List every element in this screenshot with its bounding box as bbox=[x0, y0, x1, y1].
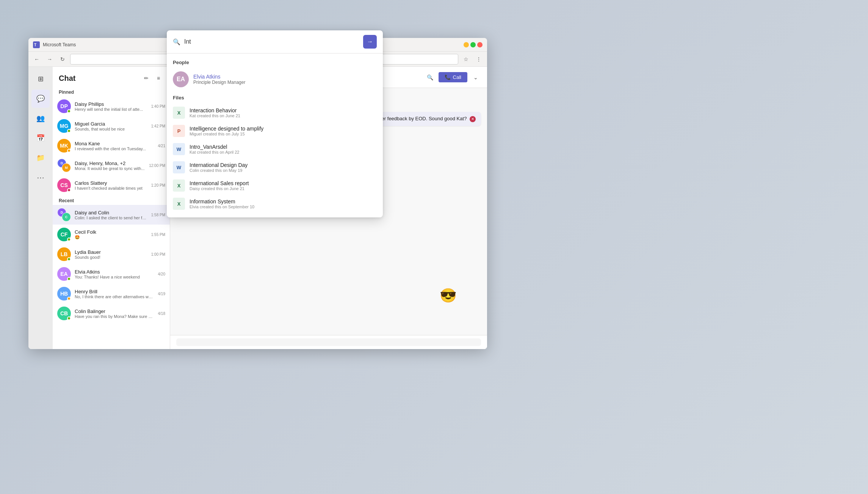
person-name-elvia: Elvia Atkins bbox=[193, 74, 245, 80]
toolbar-icon-1[interactable]: ☆ bbox=[461, 54, 471, 65]
search-arrow-icon: → bbox=[367, 38, 373, 45]
chat-item-daisy-colin[interactable]: D C Daisy and Colin Colin: I asked the c… bbox=[53, 205, 170, 225]
refresh-button[interactable]: ↻ bbox=[57, 54, 68, 65]
filter-button[interactable]: ≡ bbox=[153, 73, 164, 83]
status-dot-online bbox=[67, 316, 71, 320]
file-meta: Kat created this on April 22 bbox=[190, 150, 239, 154]
files-icon: 📁 bbox=[36, 154, 45, 162]
chat-preview: Sounds good! bbox=[75, 255, 147, 260]
file-name: International Sales report bbox=[190, 180, 249, 186]
chat-icon: 💬 bbox=[36, 94, 45, 103]
nav-apps[interactable]: ⊞ bbox=[31, 70, 50, 88]
maximize-button[interactable] bbox=[470, 42, 476, 47]
teams-icon: 👥 bbox=[36, 114, 45, 123]
nav-calendar[interactable]: 📅 bbox=[31, 129, 50, 147]
chat-name: Daisy, Henry, Mona, +2 bbox=[75, 160, 145, 166]
chat-item-group[interactable]: D M Daisy, Henry, Mona, +2 Mona: It woul… bbox=[53, 156, 170, 175]
files-section: Files X Interaction Behavior Kat created… bbox=[167, 90, 383, 213]
chat-item-lydia-bauer[interactable]: LB Lydia Bauer Sounds good! 1:00 PM bbox=[53, 244, 170, 264]
nav-teams[interactable]: 👥 bbox=[31, 109, 50, 127]
chat-time: 1:55 PM bbox=[151, 233, 165, 237]
nav-more[interactable]: ⋯ bbox=[31, 168, 50, 187]
person-info-elvia: Elvia Atkins Principle Design Manager bbox=[193, 74, 245, 85]
chat-item-elvia-atkins[interactable]: EA Elvia Atkins You: Thanks! Have a nice… bbox=[53, 264, 170, 284]
more-options-button[interactable]: ⌄ bbox=[470, 72, 481, 83]
minimize-button[interactable] bbox=[464, 42, 469, 47]
file-info: Interaction Behavior Kat created this on… bbox=[190, 107, 240, 118]
file-meta: Kat created this on June 21 bbox=[190, 113, 240, 118]
chat-name: Colin Balinger bbox=[75, 308, 154, 314]
avatar: DP bbox=[57, 99, 71, 113]
word-file-icon-2: W bbox=[173, 161, 185, 173]
search-chat-button[interactable]: 🔍 bbox=[425, 72, 436, 83]
file-result-information-system[interactable]: X Information System Elvia created this … bbox=[167, 195, 383, 213]
person-title-elvia: Principle Design Manager bbox=[193, 80, 245, 85]
back-button[interactable]: ← bbox=[31, 54, 42, 65]
chat-name: Cecil Folk bbox=[75, 229, 147, 235]
chat-name: Daisy Phillips bbox=[75, 101, 147, 107]
file-result-intro-vanarsdel[interactable]: W Intro_VanArsdel Kat created this on Ap… bbox=[167, 140, 383, 158]
avatar: CB bbox=[57, 307, 71, 320]
chat-item-miguel-garcia[interactable]: MG Miguel Garcia Sounds, that would be n… bbox=[53, 116, 170, 136]
chat-time: 1:20 PM bbox=[151, 183, 165, 187]
file-result-intelligence[interactable]: P Intelligence designed to amplify Migue… bbox=[167, 122, 383, 140]
file-name: Interaction Behavior bbox=[190, 107, 240, 113]
avatar: EA bbox=[57, 267, 71, 281]
message-bar bbox=[170, 335, 487, 349]
file-result-international-design-day[interactable]: W International Design Day Colin created… bbox=[167, 158, 383, 176]
chat-item-daisy-phillips[interactable]: DP Daisy Phillips Henry will send the in… bbox=[53, 96, 170, 116]
chat-header-actions: ✏ ≡ bbox=[141, 73, 164, 83]
chat-item-mona-kane[interactable]: MK Mona Kane I reviewed with the client … bbox=[53, 136, 170, 156]
chat-name: Lydia Bauer bbox=[75, 249, 147, 255]
people-section-label: People bbox=[167, 58, 383, 68]
chat-info: Daisy and Colin Colin: I asked the clien… bbox=[75, 210, 147, 220]
call-icon: 📞 bbox=[445, 74, 451, 80]
status-dot-away bbox=[67, 149, 71, 153]
toolbar-icon-2[interactable]: ⋮ bbox=[473, 54, 484, 65]
chat-time: 12:00 PM bbox=[149, 164, 165, 168]
apps-icon: ⊞ bbox=[38, 75, 44, 83]
chat-info: Mona Kane I reviewed with the client on … bbox=[75, 141, 154, 151]
svg-text:T: T bbox=[34, 43, 36, 47]
chat-item-henry-brill[interactable]: HB Henry Brill No, I think there are oth… bbox=[53, 284, 170, 304]
chat-info: Lydia Bauer Sounds good! bbox=[75, 249, 147, 260]
search-query-display[interactable]: Int bbox=[184, 38, 359, 45]
file-result-interaction-behavior[interactable]: X Interaction Behavior Kat created this … bbox=[167, 104, 383, 122]
search-magnifier-icon: 🔍 bbox=[173, 38, 180, 46]
new-chat-button[interactable]: ✏ bbox=[141, 73, 152, 83]
status-dot-online bbox=[67, 238, 71, 241]
chat-time: 1:00 PM bbox=[151, 252, 165, 256]
emoji-reaction: 😎 bbox=[440, 288, 457, 304]
avatar: CS bbox=[57, 178, 71, 192]
powerpoint-file-icon: P bbox=[173, 125, 185, 137]
nav-chat[interactable]: 💬 bbox=[31, 90, 50, 108]
person-avatar-elvia: EA bbox=[173, 71, 189, 87]
avatar: MK bbox=[57, 139, 71, 153]
status-dot-online bbox=[67, 109, 71, 113]
status-dot-away bbox=[67, 297, 71, 300]
forward-button[interactable]: → bbox=[44, 54, 55, 65]
file-info: International Design Day Colin created t… bbox=[190, 162, 248, 173]
avatar: CF bbox=[57, 228, 71, 241]
file-info: Information System Elvia created this on… bbox=[190, 198, 254, 209]
word-file-icon: W bbox=[173, 143, 185, 155]
search-submit-button[interactable]: → bbox=[363, 35, 377, 49]
chat-item-carlos-slattery[interactable]: CS Carlos Slattery I haven't checked ava… bbox=[53, 175, 170, 195]
chat-time: 1:58 PM bbox=[151, 213, 165, 217]
chat-sidebar: Chat ✏ ≡ Pinned DP Daisy Phillips Henry … bbox=[53, 67, 170, 349]
excel-file-icon: X bbox=[173, 107, 185, 119]
status-dot-online bbox=[67, 257, 71, 261]
nav-files[interactable]: 📁 bbox=[31, 149, 50, 167]
chat-item-colin-balinger[interactable]: CB Colin Balinger Have you ran this by M… bbox=[53, 304, 170, 323]
chat-item-cecil-folk[interactable]: CF Cecil Folk 🤩 1:55 PM bbox=[53, 225, 170, 244]
file-result-international-sales[interactable]: X International Sales report Daisy creat… bbox=[167, 176, 383, 195]
nav-rail: ⊞ 💬 👥 📅 📁 ⋯ bbox=[28, 67, 53, 349]
call-button[interactable]: 📞 Call bbox=[439, 72, 467, 82]
avatar: LB bbox=[57, 247, 71, 261]
chat-info: Colin Balinger Have you ran this by Mona… bbox=[75, 308, 154, 319]
close-button[interactable] bbox=[477, 42, 483, 47]
chat-name: Mona Kane bbox=[75, 141, 154, 146]
person-result-elvia[interactable]: EA Elvia Atkins Principle Design Manager bbox=[167, 68, 383, 90]
status-dot-online bbox=[67, 277, 71, 281]
message-input-area[interactable] bbox=[176, 338, 481, 346]
